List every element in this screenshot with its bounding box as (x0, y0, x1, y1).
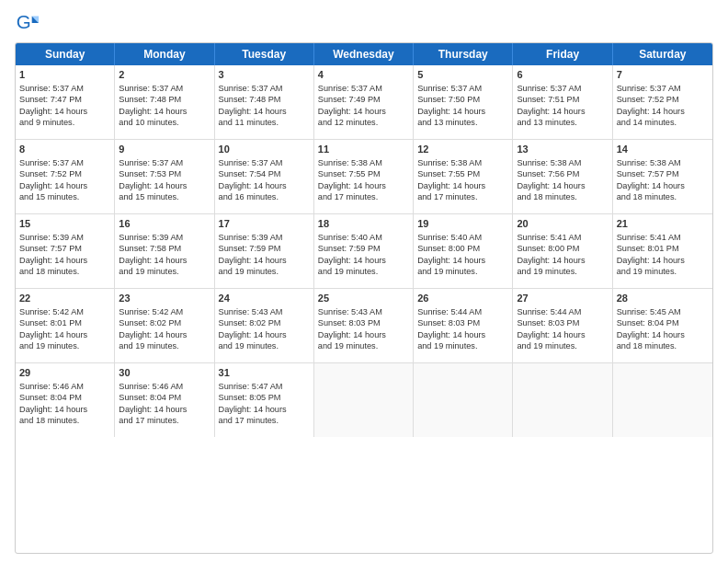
sunrise-label: Sunrise: 5:40 AM (417, 233, 482, 242)
day-number: 29 (19, 366, 110, 380)
daylight-label: Daylight: 14 hours (219, 256, 287, 265)
page: G SundayMondayTuesdayWednesdayThursdayFr… (0, 0, 728, 563)
daylight-label: Daylight: 14 hours (318, 181, 386, 190)
sunset-label: Sunset: 7:59 PM (219, 244, 281, 253)
sunrise-label: Sunrise: 5:38 AM (617, 158, 681, 167)
sunrise-label: Sunrise: 5:46 AM (19, 382, 84, 391)
day-number: 31 (219, 366, 310, 380)
daylight-minutes: and 14 minutes. (617, 118, 677, 127)
day-number: 6 (517, 68, 608, 82)
day-cell-10: 10 Sunrise: 5:37 AM Sunset: 7:54 PM Dayl… (215, 140, 314, 213)
day-cell-1: 1 Sunrise: 5:37 AM Sunset: 7:47 PM Dayli… (16, 65, 115, 139)
daylight-label: Daylight: 14 hours (318, 330, 386, 339)
sunrise-label: Sunrise: 5:42 AM (19, 307, 84, 316)
daylight-minutes: and 18 minutes. (517, 192, 576, 201)
daylight-label: Daylight: 14 hours (417, 107, 485, 116)
daylight-minutes: and 19 minutes. (19, 341, 79, 350)
daylight-minutes: and 19 minutes. (517, 341, 576, 350)
day-cell-13: 13 Sunrise: 5:38 AM Sunset: 7:56 PM Dayl… (513, 140, 612, 213)
day-cell-19: 19 Sunrise: 5:40 AM Sunset: 8:00 PM Dayl… (414, 214, 513, 288)
sunset-label: Sunset: 8:04 PM (617, 318, 679, 327)
day-number: 28 (617, 292, 709, 305)
calendar-row-3: 15 Sunrise: 5:39 AM Sunset: 7:57 PM Dayl… (16, 214, 712, 289)
day-number: 24 (219, 292, 310, 305)
sunset-label: Sunset: 8:03 PM (318, 318, 381, 327)
day-cell-3: 3 Sunrise: 5:37 AM Sunset: 7:48 PM Dayli… (215, 65, 314, 139)
day-cell-8: 8 Sunrise: 5:37 AM Sunset: 7:52 PM Dayli… (16, 140, 115, 213)
sunset-label: Sunset: 7:52 PM (19, 169, 82, 178)
daylight-label: Daylight: 14 hours (219, 330, 287, 339)
daylight-minutes: and 19 minutes. (417, 267, 477, 276)
daylight-label: Daylight: 14 hours (318, 107, 386, 116)
day-number: 3 (219, 68, 310, 82)
day-cell-16: 16 Sunrise: 5:39 AM Sunset: 7:58 PM Dayl… (115, 214, 214, 288)
sunset-label: Sunset: 8:00 PM (517, 244, 579, 253)
daylight-label: Daylight: 14 hours (617, 256, 685, 265)
sunset-label: Sunset: 7:58 PM (119, 244, 181, 253)
sunset-label: Sunset: 7:52 PM (617, 95, 679, 104)
day-cell-12: 12 Sunrise: 5:38 AM Sunset: 7:55 PM Dayl… (414, 140, 513, 213)
daylight-label: Daylight: 14 hours (19, 107, 87, 116)
sunrise-label: Sunrise: 5:47 AM (219, 382, 283, 391)
sunrise-label: Sunrise: 5:46 AM (119, 382, 183, 391)
sunrise-label: Sunrise: 5:45 AM (617, 307, 681, 316)
sunrise-label: Sunrise: 5:38 AM (517, 158, 581, 167)
sunrise-label: Sunrise: 5:37 AM (219, 84, 283, 93)
daylight-minutes: and 13 minutes. (517, 118, 576, 127)
day-number: 21 (617, 217, 709, 231)
daylight-label: Daylight: 14 hours (119, 107, 187, 116)
empty-cell (513, 363, 612, 437)
day-number: 18 (318, 217, 409, 231)
calendar-body: 1 Sunrise: 5:37 AM Sunset: 7:47 PM Dayli… (16, 65, 712, 437)
empty-cell (314, 363, 414, 437)
day-cell-27: 27 Sunrise: 5:44 AM Sunset: 8:03 PM Dayl… (513, 289, 612, 362)
daylight-label: Daylight: 14 hours (617, 181, 685, 190)
sunrise-label: Sunrise: 5:37 AM (517, 84, 581, 93)
sunset-label: Sunset: 7:57 PM (617, 169, 679, 178)
daylight-minutes: and 9 minutes. (19, 118, 74, 127)
day-number: 1 (19, 68, 110, 82)
daylight-label: Daylight: 14 hours (119, 330, 187, 339)
sunrise-label: Sunrise: 5:39 AM (19, 233, 84, 242)
daylight-label: Daylight: 14 hours (417, 330, 485, 339)
sunrise-label: Sunrise: 5:38 AM (318, 158, 382, 167)
sunset-label: Sunset: 7:56 PM (517, 169, 579, 178)
day-cell-14: 14 Sunrise: 5:38 AM Sunset: 7:57 PM Dayl… (613, 140, 712, 213)
daylight-label: Daylight: 14 hours (617, 107, 685, 116)
day-number: 20 (517, 217, 608, 231)
day-number: 12 (417, 143, 508, 156)
day-number: 9 (119, 143, 210, 156)
calendar: SundayMondayTuesdayWednesdayThursdayFrid… (15, 42, 713, 554)
day-cell-24: 24 Sunrise: 5:43 AM Sunset: 8:02 PM Dayl… (215, 289, 314, 362)
day-cell-7: 7 Sunrise: 5:37 AM Sunset: 7:52 PM Dayli… (613, 65, 712, 139)
daylight-minutes: and 18 minutes. (19, 267, 79, 276)
logo: G (15, 11, 44, 37)
header: G (15, 11, 713, 37)
calendar-row-4: 22 Sunrise: 5:42 AM Sunset: 8:01 PM Dayl… (16, 289, 712, 363)
daylight-minutes: and 18 minutes. (617, 341, 677, 350)
daylight-label: Daylight: 14 hours (19, 405, 87, 414)
sunset-label: Sunset: 7:47 PM (19, 95, 82, 104)
sunrise-label: Sunrise: 5:39 AM (119, 233, 183, 242)
daylight-minutes: and 13 minutes. (417, 118, 477, 127)
daylight-label: Daylight: 14 hours (417, 181, 485, 190)
daylight-minutes: and 19 minutes. (417, 341, 477, 350)
sunrise-label: Sunrise: 5:39 AM (219, 233, 283, 242)
sunrise-label: Sunrise: 5:38 AM (417, 158, 482, 167)
sunrise-label: Sunrise: 5:43 AM (219, 307, 283, 316)
sunrise-label: Sunrise: 5:41 AM (617, 233, 681, 242)
daylight-minutes: and 18 minutes. (617, 192, 677, 201)
day-header-friday: Friday (513, 43, 612, 65)
day-cell-21: 21 Sunrise: 5:41 AM Sunset: 8:01 PM Dayl… (613, 214, 712, 288)
daylight-minutes: and 19 minutes. (219, 267, 279, 276)
daylight-label: Daylight: 14 hours (219, 181, 287, 190)
sunrise-label: Sunrise: 5:37 AM (219, 158, 283, 167)
sunrise-label: Sunrise: 5:37 AM (318, 84, 382, 93)
daylight-minutes: and 15 minutes. (119, 192, 178, 201)
daylight-minutes: and 10 minutes. (119, 118, 178, 127)
sunset-label: Sunset: 8:02 PM (119, 318, 181, 327)
sunrise-label: Sunrise: 5:44 AM (417, 307, 482, 316)
day-header-thursday: Thursday (414, 43, 513, 65)
day-number: 2 (119, 68, 210, 82)
daylight-label: Daylight: 14 hours (617, 330, 685, 339)
